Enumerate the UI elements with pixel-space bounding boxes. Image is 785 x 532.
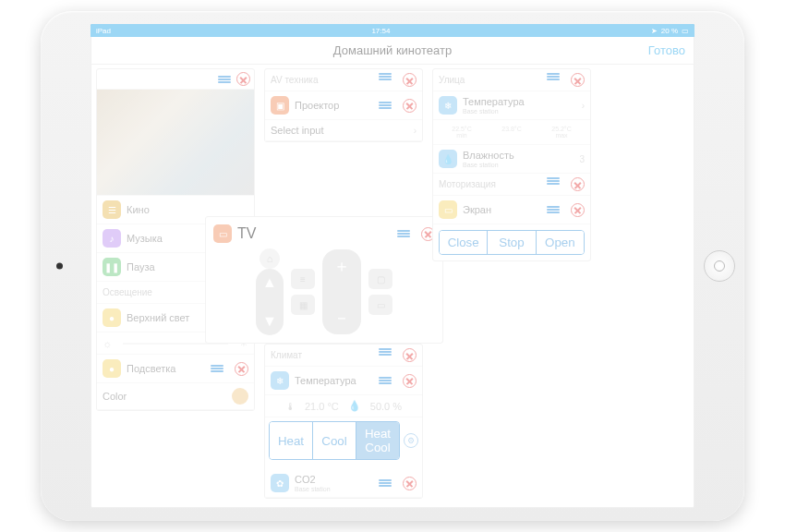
delete-button[interactable] bbox=[403, 477, 417, 490]
status-time: 17:54 bbox=[371, 27, 390, 35]
thermo-icon: ❄ bbox=[439, 96, 457, 115]
status-bar: iPad 17:54 ➤ 20 % ▭ bbox=[91, 24, 694, 37]
av-panel: AV техника ▣ Проектор Select input › bbox=[264, 68, 423, 142]
section-motorization: Моторизация bbox=[433, 174, 590, 196]
thermo-icon: ❄ bbox=[271, 371, 289, 390]
delete-button[interactable] bbox=[403, 99, 417, 113]
screen-close[interactable]: Close bbox=[440, 231, 487, 254]
remote-controls: ⌂ ▲ ▼ ≡ ▦ ＋ － ▢ bbox=[213, 248, 435, 335]
screen: iPad 17:54 ➤ 20 % ▭ Домашний кинотеатр Г… bbox=[91, 24, 694, 508]
page-header: Домашний кинотеатр Готово bbox=[91, 37, 694, 65]
arrow-down-icon: ▼ bbox=[262, 313, 277, 330]
delete-button[interactable] bbox=[403, 73, 417, 87]
source-button[interactable]: ▭ bbox=[368, 295, 392, 315]
film-icon: ☰ bbox=[103, 200, 121, 219]
screen-row[interactable]: ▭ Экран bbox=[433, 196, 590, 224]
delete-button[interactable] bbox=[571, 203, 585, 217]
mode-cool[interactable]: Cool bbox=[312, 422, 356, 459]
camera-button[interactable]: ▢ bbox=[368, 269, 392, 289]
tv-label: TV bbox=[237, 225, 256, 242]
volume-rocker[interactable]: ＋ － bbox=[322, 249, 361, 334]
scene-label: Музыка bbox=[127, 233, 163, 244]
drag-handle-icon[interactable] bbox=[211, 365, 223, 372]
menu-button[interactable]: ≡ bbox=[291, 269, 315, 289]
arrow-up-icon: ▲ bbox=[262, 274, 277, 291]
delete-button[interactable] bbox=[236, 72, 250, 86]
delete-button[interactable] bbox=[235, 362, 248, 376]
color-swatch[interactable] bbox=[232, 388, 248, 405]
delete-button[interactable] bbox=[403, 374, 417, 388]
drag-handle-icon[interactable] bbox=[547, 177, 560, 191]
climate-panel: Климат ❄ Температура 🌡 21.0 °C 💧 bbox=[264, 344, 423, 499]
drag-handle-icon[interactable] bbox=[547, 206, 560, 213]
home-button[interactable] bbox=[704, 250, 735, 282]
content-area: ☰ Кино ♪ Музыка ❚❚ Пауза Освещение bbox=[91, 65, 694, 508]
drag-handle-icon[interactable] bbox=[218, 76, 231, 83]
status-carrier: iPad bbox=[96, 27, 111, 35]
co2-icon: ✿ bbox=[271, 474, 289, 492]
section-av: AV техника bbox=[265, 69, 422, 91]
room-photo bbox=[97, 90, 254, 196]
color-row[interactable]: Color bbox=[97, 383, 254, 410]
drag-handle-icon[interactable] bbox=[379, 102, 392, 109]
scene-label: Кино bbox=[127, 204, 150, 215]
projector-row[interactable]: ▣ Проектор bbox=[265, 91, 422, 120]
panel-header bbox=[97, 69, 254, 90]
drag-handle-icon[interactable] bbox=[547, 73, 560, 87]
screen-icon: ▭ bbox=[439, 200, 457, 219]
humidity-row[interactable]: 💧 Влажность Base station 3 bbox=[433, 145, 590, 174]
sun-low-icon: ☼ bbox=[103, 338, 112, 349]
tv-remote-panel: ▭ TV ⌂ ▲ ▼ ≡ ▦ bbox=[205, 216, 443, 344]
humidity-icon: 💧 bbox=[439, 150, 457, 168]
page-title: Домашний кинотеатр bbox=[333, 43, 452, 57]
select-input-row[interactable]: Select input › bbox=[265, 120, 422, 141]
street-temp-row[interactable]: ❄ Температура Base station › bbox=[433, 91, 590, 120]
minus-icon: － bbox=[333, 307, 350, 329]
status-battery: 20 % bbox=[661, 27, 678, 35]
location-icon: ➤ bbox=[651, 27, 658, 35]
section-climate: Климат bbox=[265, 345, 422, 367]
status-right: ➤ 20 % ▭ bbox=[651, 27, 689, 35]
hvac-mode-segment[interactable]: Heat Cool Heat Cool bbox=[269, 421, 400, 460]
remote-header: ▭ TV bbox=[213, 224, 435, 243]
pause-icon: ❚❚ bbox=[103, 258, 121, 276]
temp-minmax: 22.5°Cmin 23.8°C 25.2°Cmax bbox=[433, 120, 590, 145]
delete-button[interactable] bbox=[571, 73, 585, 87]
co2-row[interactable]: ✿ CO2 Base station bbox=[265, 469, 422, 498]
drag-handle-icon[interactable] bbox=[379, 377, 392, 384]
home-icon-button[interactable]: ⌂ bbox=[260, 248, 280, 269]
music-icon: ♪ bbox=[103, 229, 121, 248]
ipad-frame: iPad 17:54 ➤ 20 % ▭ Домашний кинотеатр Г… bbox=[41, 11, 744, 521]
climate-readings: 🌡 21.0 °C 💧 50.0 % bbox=[265, 395, 422, 417]
drag-handle-icon[interactable] bbox=[379, 73, 392, 87]
drag-handle-icon[interactable] bbox=[379, 348, 392, 362]
climate-temp-row[interactable]: ❄ Температура bbox=[265, 367, 422, 395]
camera-dot bbox=[56, 263, 63, 270]
drag-handle-icon[interactable] bbox=[379, 479, 392, 487]
delete-button[interactable] bbox=[403, 348, 417, 362]
chevron-right-icon: › bbox=[582, 101, 585, 111]
light-accent-row[interactable]: ● Подсветка bbox=[97, 355, 254, 383]
settings-icon[interactable]: ⚙ bbox=[404, 433, 418, 448]
done-button[interactable]: Готово bbox=[648, 43, 685, 57]
screen-stop[interactable]: Stop bbox=[487, 231, 535, 254]
section-street: Улица bbox=[433, 69, 590, 91]
battery-icon: ▭ bbox=[682, 27, 689, 35]
bulb-icon: ● bbox=[103, 308, 121, 327]
thermometer-icon: 🌡 bbox=[285, 401, 296, 412]
mode-heatcool[interactable]: Heat Cool bbox=[356, 422, 399, 459]
screen-open[interactable]: Open bbox=[536, 231, 584, 254]
scene-label: Пауза bbox=[127, 261, 155, 272]
street-panel: Улица ❄ Температура Base station › 22.5° bbox=[432, 68, 591, 261]
humidity-value: 3 bbox=[579, 154, 585, 164]
chevron-right-icon: › bbox=[414, 126, 417, 136]
bulb-icon: ● bbox=[103, 359, 121, 378]
drag-handle-icon[interactable] bbox=[397, 230, 410, 237]
grid-button[interactable]: ▦ bbox=[291, 295, 315, 315]
screen-control-segment[interactable]: Close Stop Open bbox=[439, 230, 585, 255]
delete-button[interactable] bbox=[571, 177, 585, 191]
droplet-icon: 💧 bbox=[348, 400, 361, 412]
tv-icon: ▭ bbox=[213, 224, 232, 243]
channel-rocker[interactable]: ▲ ▼ bbox=[256, 269, 284, 335]
mode-heat[interactable]: Heat bbox=[270, 422, 312, 459]
